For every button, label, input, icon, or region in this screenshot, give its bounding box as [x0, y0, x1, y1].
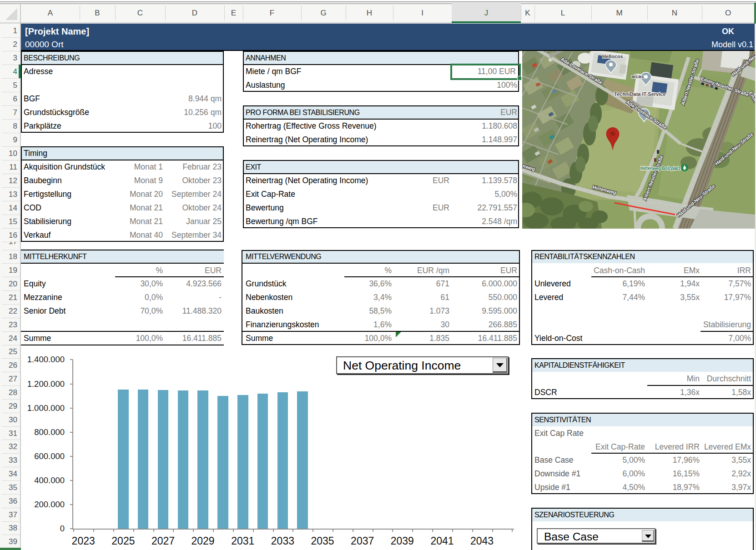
svg-text:TechniData IT-Service: TechniData IT-Service — [614, 91, 666, 97]
svg-text:aicas: aicas — [631, 74, 644, 79]
svg-text:Hellocos: Hellocos — [602, 54, 623, 59]
svg-text:Hirtenweg Bolzplatz: Hirtenweg Bolzplatz — [640, 165, 680, 171]
